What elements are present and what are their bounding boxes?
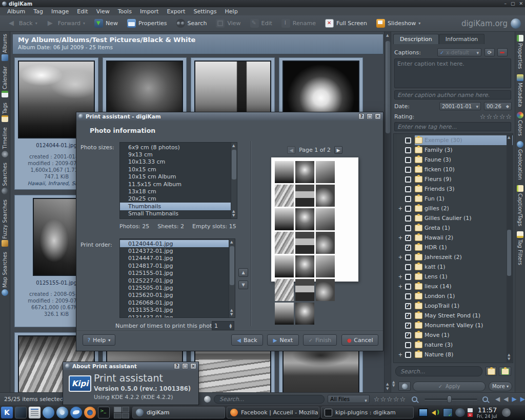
toolbar-button[interactable]: Forward ▾	[42, 17, 90, 30]
tag-tree-item[interactable]: ficken (10)	[394, 165, 513, 174]
first-item-icon[interactable]: ◀	[495, 395, 500, 403]
tag-tree-item[interactable]: Gilles Caulier (1)	[394, 213, 513, 223]
last-item-icon[interactable]: ▶	[520, 395, 525, 403]
star-icon[interactable]: ☆	[499, 113, 506, 121]
file-filter-combo[interactable]: All Files	[328, 395, 369, 403]
display-tray-icon[interactable]	[418, 408, 428, 417]
pager-desktop-1[interactable]	[114, 407, 122, 412]
help-icon[interactable]: ?	[358, 113, 365, 119]
tag-search-input[interactable]	[395, 366, 482, 376]
toolbar-button[interactable]: New ▾	[90, 17, 123, 30]
dialog-titlebar[interactable]: Print assistant - digiKam ? ▢ ✕	[76, 112, 383, 121]
zoom-out-icon[interactable]	[412, 396, 417, 402]
tag-tree-scrollbar[interactable]: ▲ ▲ ▼	[507, 134, 512, 362]
menu-item[interactable]: Edit	[73, 8, 92, 15]
dialog-titlebar[interactable]: About Print assistant ? ▢ ✕	[63, 362, 198, 370]
menu-item[interactable]: Album	[3, 8, 29, 15]
toolbar-button[interactable]: Full Screen ▾	[320, 17, 372, 30]
star-icon[interactable]: ☆	[506, 113, 512, 121]
sidebar-tab[interactable]: Properties	[517, 35, 523, 69]
finish-button[interactable]: ✓ Finish	[303, 334, 337, 346]
photo-sizes-list[interactable]: 6x9 cm (8 photos)9x13 cm10x13.33 cm10x15…	[119, 142, 237, 219]
star-icon[interactable]: ☆	[393, 395, 399, 403]
star-icon[interactable]: ☆	[493, 113, 499, 121]
menu-item[interactable]: Help	[221, 8, 242, 15]
menu-item[interactable]: Settings	[189, 8, 220, 15]
star-icon[interactable]: ☆	[387, 395, 393, 403]
print-order-item[interactable]: 0124372-01.jpg	[120, 247, 235, 254]
tag-add-button[interactable]	[499, 367, 511, 376]
photo-size-option[interactable]: 11.5x15 cm Album	[120, 181, 237, 188]
tag-checkbox[interactable]	[405, 176, 411, 183]
zoom-slider[interactable]	[425, 398, 477, 400]
show-desktop-icon[interactable]	[15, 407, 27, 418]
print-order-item[interactable]: 0124447-01.jpg	[120, 255, 235, 262]
tag-tree-item[interactable]: lieux (14)	[394, 282, 513, 291]
move-up-button[interactable]: ▲	[238, 268, 248, 277]
tag-tree-item[interactable]: Fleurs (9)	[394, 174, 513, 184]
kmenu-launcher-icon[interactable]: K	[1, 407, 13, 418]
tag-tree-item[interactable]: LoopTrail (1)	[394, 301, 513, 311]
photo-size-option[interactable]: Thumbnails	[120, 203, 237, 210]
taskbar-task[interactable]: kipi-plugins : digikam	[321, 407, 414, 418]
zoom-in-icon[interactable]	[482, 396, 488, 402]
tag-tree-item[interactable]: Hawaii (2)	[394, 233, 513, 243]
toolbar-button[interactable]: Properties ▾	[123, 17, 172, 30]
mail-launcher-icon[interactable]	[70, 407, 82, 418]
tag-tree-item[interactable]: Greta (1)	[394, 223, 513, 233]
star-icon[interactable]: ☆	[374, 395, 380, 403]
menu-item[interactable]: Tools	[114, 8, 136, 15]
tag-checkbox[interactable]	[405, 264, 411, 270]
zoom-slider-handle[interactable]	[447, 395, 452, 403]
menu-item[interactable]: View	[92, 8, 114, 15]
rating-stars[interactable]: ☆☆☆☆☆	[480, 113, 512, 121]
caption-text-input[interactable]	[394, 58, 511, 88]
photo-size-option[interactable]: 10x15 cm Album	[120, 173, 237, 181]
star-icon[interactable]: ☆	[480, 113, 486, 121]
star-icon[interactable]: ☆	[399, 395, 406, 403]
tag-checkbox[interactable]	[405, 332, 411, 338]
caption-remove-button[interactable]	[497, 48, 508, 56]
back-button[interactable]: ◀ Back	[231, 334, 263, 346]
tag-tree-item[interactable]: Lens (1)	[394, 272, 513, 282]
rating-filter-stars[interactable]: ☆☆☆☆☆	[374, 395, 406, 403]
print-order-item[interactable]: 0125155-01.jpg	[120, 270, 235, 277]
maximize-icon[interactable]: ▢	[511, 1, 515, 6]
toolbar-button[interactable]: Edit ▾	[246, 17, 277, 30]
move-down-button[interactable]: ▼	[238, 281, 248, 289]
web-tray-icon[interactable]	[455, 408, 465, 417]
panel-tab[interactable]: Description	[393, 34, 439, 44]
tree-expander-icon[interactable]	[396, 254, 405, 260]
print-order-item[interactable]: 0131353-01.jpg	[120, 307, 235, 314]
feed-tray-icon[interactable]: U	[468, 413, 473, 417]
photo-size-option[interactable]: 10x15 cm	[120, 166, 237, 173]
caption-refresh-button[interactable]: ⟳	[484, 48, 495, 56]
tag-tree-item[interactable]: gilles (2)	[394, 204, 513, 213]
tag-tree-item[interactable]: Monument Valley (1)	[394, 321, 513, 330]
star-icon[interactable]: ☆	[380, 395, 386, 403]
menu-item[interactable]: Image	[47, 8, 73, 15]
print-order-list[interactable]: 0124044-01.jpg0124372-01.jpg0124447-01.j…	[119, 238, 235, 318]
help-icon[interactable]: ?	[174, 363, 180, 369]
caption-language-combo[interactable]: ✓ x-default	[437, 48, 481, 56]
page-prev-button[interactable]: ◀	[287, 146, 295, 154]
tag-tree-item[interactable]: Jahreszeit (2)	[394, 252, 513, 262]
photo-size-option[interactable]: Small Thumbnails	[120, 210, 237, 217]
close-icon[interactable]: ✕	[190, 363, 196, 369]
sidebar-tab[interactable]: Colors	[517, 112, 523, 136]
print-order-item[interactable]: 0124044-01.jpg	[120, 240, 235, 247]
tag-checkbox[interactable]	[405, 303, 411, 309]
print-order-item[interactable]: 0125620-01.jpg	[120, 292, 235, 299]
sidebar-tab[interactable]: Albums	[2, 34, 8, 61]
sidebar-tab[interactable]: Caption/Tags	[517, 185, 523, 226]
icon-view-scrollbar[interactable]: ▲ ▲ ▼	[384, 32, 391, 392]
menu-item[interactable]: Import	[136, 8, 163, 15]
tag-checkbox[interactable]	[405, 147, 411, 153]
sidebar-tab[interactable]: Map Searches	[2, 252, 8, 296]
browser-launcher-icon[interactable]	[43, 407, 54, 418]
print-order-item[interactable]: 0125505-01.jpg	[120, 284, 235, 291]
sidebar-tab[interactable]: Searches	[2, 163, 8, 194]
revert-button[interactable]	[398, 382, 411, 391]
tag-checkbox[interactable]	[405, 235, 411, 241]
desktop-pager[interactable]	[114, 407, 129, 418]
